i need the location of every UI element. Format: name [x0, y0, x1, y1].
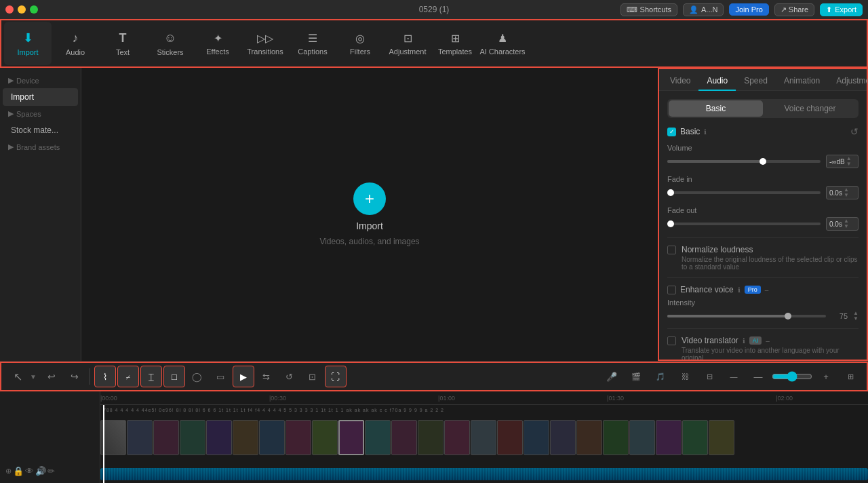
- export-button[interactable]: ⬆ Export: [820, 3, 863, 16]
- video-translator-info-icon[interactable]: ℹ: [743, 337, 745, 345]
- eye-icon[interactable]: 👁: [25, 466, 34, 476]
- shortcuts-button[interactable]: ⌨ Shortcuts: [620, 3, 677, 16]
- sidebar-item-stock[interactable]: Stock mate...: [3, 121, 78, 139]
- edit-icon[interactable]: ✏: [47, 466, 55, 476]
- fade-in-slider-track[interactable]: [667, 191, 821, 194]
- audio-track-button[interactable]: 🎵: [650, 367, 671, 386]
- basic-checkbox[interactable]: ✓: [667, 128, 676, 136]
- fade-out-label: Fade out: [667, 206, 859, 214]
- lock-icon[interactable]: 🔒: [13, 466, 24, 476]
- tab-speed[interactable]: Speed: [736, 72, 776, 91]
- video-track-button[interactable]: 🎬: [625, 367, 647, 386]
- track-add-icon[interactable]: ⊕: [5, 467, 12, 476]
- video-translator-checkbox[interactable]: [667, 336, 676, 345]
- flip-tool[interactable]: ⇆: [256, 366, 277, 387]
- toolbar-filters[interactable]: ◎ Filters: [336, 22, 384, 65]
- toolbar-adjustment[interactable]: ⊡ Adjustment: [384, 22, 431, 65]
- toolbar-audio[interactable]: ♪ Audio: [52, 22, 99, 65]
- main-toolbar: ⬇ Import ♪ Audio T Text ☺ Stickers ✦ Eff…: [0, 19, 868, 68]
- crop2-tool[interactable]: ⊡: [302, 366, 323, 387]
- toolbar-transitions[interactable]: ▷▷ Transitions: [241, 22, 289, 65]
- volume-down-btn[interactable]: ▼: [846, 161, 852, 167]
- audio-mute-icon[interactable]: 🔊: [35, 466, 46, 476]
- collapse-button[interactable]: —: [723, 367, 745, 386]
- sidebar-section-spaces[interactable]: ▶ Spaces: [0, 107, 81, 121]
- fade-in-stepper[interactable]: ▲ ▼: [844, 187, 849, 198]
- normalize-checkbox[interactable]: [667, 246, 676, 254]
- basic-section-header: ✓ Basic ℹ ↺: [667, 126, 859, 137]
- video-translator-ai-badge: AI: [749, 336, 762, 345]
- intensity-stepper[interactable]: ▲ ▼: [853, 311, 859, 322]
- toolbar-effects[interactable]: ✦ Effects: [194, 22, 241, 65]
- panel-tabs: Video Audio Speed Animation Adjustmen ≫: [659, 69, 867, 91]
- tab-animation[interactable]: Animation: [776, 72, 828, 91]
- sidebar-section-device[interactable]: ▶ Device: [0, 73, 81, 88]
- enhance-voice-info-icon[interactable]: ℹ: [738, 286, 741, 294]
- timeline-cursor[interactable]: [103, 405, 104, 483]
- tab-audio[interactable]: Audio: [698, 72, 736, 91]
- link-button[interactable]: ⛓: [674, 367, 696, 386]
- rotate-tool[interactable]: ↺: [279, 366, 300, 387]
- fit-button[interactable]: ⊞: [840, 367, 861, 386]
- basic-label: Basic: [680, 127, 700, 136]
- filters-icon: ◎: [355, 32, 365, 45]
- share-button[interactable]: ↗ Share: [774, 3, 814, 16]
- fade-out-stepper[interactable]: ▲ ▼: [844, 218, 849, 229]
- tab-adjustment[interactable]: Adjustmen: [828, 72, 868, 91]
- toolbar-stickers[interactable]: ☺ Stickers: [146, 22, 194, 65]
- fade-out-down-btn[interactable]: ▼: [844, 224, 849, 229]
- sub-tab-basic[interactable]: Basic: [669, 100, 763, 117]
- split-tool[interactable]: ⌇: [94, 366, 116, 387]
- tab-video[interactable]: Video: [662, 72, 698, 91]
- redo-button[interactable]: ↪: [64, 366, 85, 387]
- minimize-button[interactable]: [18, 5, 26, 14]
- cursor-dropdown[interactable]: ▼: [30, 373, 37, 381]
- zoom-in-button[interactable]: +: [815, 367, 837, 386]
- maximize-button[interactable]: [30, 5, 38, 14]
- trim-tool[interactable]: ⌶: [140, 366, 162, 387]
- keyboard-icon: ⌨: [627, 5, 637, 14]
- volume-slider-thumb[interactable]: [760, 158, 766, 165]
- zoom-slider[interactable]: [772, 371, 812, 382]
- fade-in-value-text: 0.0s: [829, 189, 842, 197]
- user-button[interactable]: 👤 A...N: [683, 3, 724, 16]
- basic-info-icon[interactable]: ℹ: [704, 128, 707, 136]
- select-all-tool[interactable]: ⛶: [325, 366, 347, 387]
- join-pro-button[interactable]: Join Pro: [729, 3, 768, 16]
- enhance-voice-checkbox[interactable]: [667, 286, 676, 294]
- play-tool[interactable]: ▶: [233, 366, 254, 387]
- volume-slider-track[interactable]: [667, 160, 821, 163]
- sidebar-section-brand[interactable]: ▶ Brand assets: [0, 140, 81, 154]
- crop-tool[interactable]: □: [163, 366, 185, 387]
- fade-out-thumb[interactable]: [667, 220, 674, 227]
- effects-label: Effects: [206, 47, 229, 56]
- fade-in-down-btn[interactable]: ▼: [844, 193, 849, 198]
- toolbar-ai-characters[interactable]: ♟ AI Characters: [479, 22, 526, 65]
- intensity-slider-track[interactable]: [667, 315, 826, 317]
- intensity-thumb[interactable]: [785, 313, 791, 320]
- import-drop-area[interactable]: + Import Videos, audios, and images: [319, 182, 419, 246]
- toolbar-text[interactable]: T Text: [99, 22, 146, 65]
- toolbar-captions[interactable]: ☰ Captions: [289, 22, 336, 65]
- circle-tool[interactable]: ◯: [186, 366, 208, 387]
- align-button[interactable]: ⊟: [698, 367, 720, 386]
- close-button[interactable]: [5, 5, 14, 14]
- split2-tool[interactable]: ⌿: [117, 366, 139, 387]
- toolbar-import[interactable]: ⬇ Import: [4, 22, 52, 65]
- fade-in-thumb[interactable]: [667, 189, 674, 196]
- enhance-voice-info-dot[interactable]: –: [765, 286, 769, 294]
- toolbar-templates[interactable]: ⊞ Templates: [431, 22, 479, 65]
- sub-tab-voice-changer[interactable]: Voice changer: [763, 100, 857, 117]
- sidebar-item-import[interactable]: Import: [3, 88, 78, 106]
- volume-slider-container: -∞dB ▲ ▼: [667, 155, 859, 168]
- mic-button[interactable]: 🎤: [601, 367, 623, 386]
- cursor-tool[interactable]: ↖: [7, 366, 28, 387]
- square-tool[interactable]: ▭: [210, 366, 231, 387]
- intensity-down-btn[interactable]: ▼: [853, 316, 859, 322]
- zoom-out-button[interactable]: —: [747, 367, 769, 386]
- volume-stepper[interactable]: ▲ ▼: [846, 156, 852, 167]
- fade-out-slider-track[interactable]: [667, 223, 821, 225]
- reset-icon[interactable]: ↺: [850, 126, 859, 137]
- undo-button[interactable]: ↩: [41, 366, 62, 387]
- fade-in-value: 0.0s ▲ ▼: [826, 186, 859, 199]
